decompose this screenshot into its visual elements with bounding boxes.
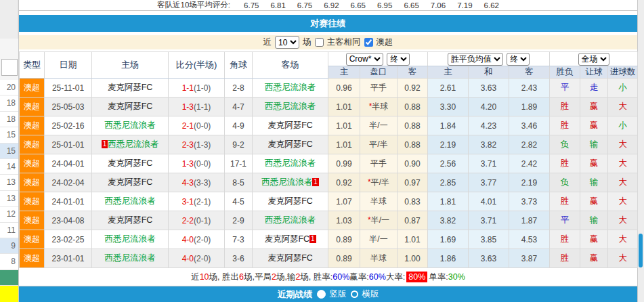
avg-draw-odds-cell: 3.71 <box>469 211 509 230</box>
page: 2018181515141313121198 客队近10场平均评分: 6.756… <box>0 0 644 302</box>
result-wdl-cell: 胜 <box>550 116 580 135</box>
result-handicap-cell: 赢 <box>580 154 608 173</box>
team-name: 麦克阿瑟FC <box>108 102 153 111</box>
avg-draw-odds-cell: 4.01 <box>469 192 509 211</box>
team-name: 麦克阿瑟FC <box>267 139 313 149</box>
result-goals-cell: 大 <box>608 173 638 192</box>
horizontal-label[interactable]: 横版 <box>362 288 379 300</box>
league-badge: 澳超 <box>20 79 45 98</box>
avg-score-value: 6.65 <box>404 1 418 9</box>
avg-home-odds-cell: 2.19 <box>428 135 469 154</box>
home-team-cell: 西悉尼流浪者 <box>92 192 169 211</box>
handicap-odds-home-cell: 1.01 <box>328 98 360 116</box>
handicap-odds-away-cell: 0.97 <box>398 173 428 192</box>
team-name: 西悉尼流浪者 <box>265 83 316 92</box>
corners-cell: 4-9 <box>225 116 253 135</box>
handicap-line-cell: *半球 <box>360 98 398 116</box>
avg-score-value: 6.81 <box>270 1 285 9</box>
bookmaker-select[interactable]: Crow* <box>346 53 383 66</box>
avg-away-odds-cell: 3.87 <box>509 249 550 268</box>
summary-segment: 2 <box>272 272 276 282</box>
result-handicap-cell: 输 <box>580 211 608 230</box>
home-team-cell: 麦克阿瑟FC <box>92 79 169 98</box>
away-team-cell: 麦克阿瑟FC <box>253 192 328 211</box>
table-row: 澳超 23-01-01 西悉尼流浪者 4-0(2-0) 3-6 麦克阿瑟FC 0… <box>20 249 638 268</box>
league-badge: 澳超 <box>20 154 45 173</box>
league-filter-checkbox[interactable] <box>364 38 373 47</box>
vertical-label[interactable]: 竖版 <box>330 288 347 300</box>
vertical-radio[interactable] <box>317 290 326 299</box>
team-name: 麦克阿瑟FC <box>108 215 153 225</box>
col-score: 比分(半场) <box>169 52 225 79</box>
horizontal-radio[interactable] <box>351 290 358 298</box>
handicap-odds-home-cell: 1.07 <box>328 192 360 211</box>
unit-label: 场 <box>303 37 312 48</box>
avg-away-odds-cell: 2.82 <box>509 135 550 154</box>
avg-draw-odds-cell: 3.85 <box>469 230 509 249</box>
avg-score-value: 7.06 <box>431 1 446 9</box>
handicap-line-cell: 半/一 <box>360 230 398 249</box>
score-cell: 2-3(1-3) <box>169 135 225 154</box>
handicap-odds-away-cell: 1.01 <box>398 230 428 249</box>
final-odds-select-right[interactable]: 终 <box>507 53 530 66</box>
final-odds-select-left[interactable]: 终 <box>387 53 410 66</box>
summary-segment: 10 <box>200 272 209 282</box>
avg-away-odds-cell: 3.46 <box>509 116 550 135</box>
footer-bar: 近期战绩 竖版 横版 <box>19 286 637 302</box>
near-count-select[interactable]: 10 <box>275 36 299 49</box>
handicap-odds-home-cell: 0.89 <box>328 230 360 249</box>
score-cell: 4-0(2-0) <box>169 230 225 249</box>
rank-cell-green <box>0 270 18 286</box>
col-odds-away: 客 <box>398 66 428 79</box>
summary-segment: 60% <box>332 272 349 282</box>
result-goals-cell: 大 <box>608 154 638 173</box>
background-area <box>0 0 18 39</box>
avg-home-odds-cell: 1.81 <box>428 192 469 211</box>
team-name: 西悉尼流浪者 <box>265 158 316 168</box>
avg-draw-odds-cell: 3.71 <box>469 154 509 173</box>
filter-row: 近 10 场 主客相同 澳超 <box>19 35 637 49</box>
changed-line-star: * <box>368 177 371 187</box>
corners-cell: 8-5 <box>225 173 253 192</box>
avg-home-odds-cell: 2.61 <box>428 79 469 98</box>
league-badge: 澳超 <box>20 173 45 192</box>
col-result-goals: 进球数 <box>608 66 638 79</box>
team-name: 麦克阿瑟FC <box>108 177 153 187</box>
scrollbar-thumb[interactable] <box>639 234 643 267</box>
corners-cell: 7-3 <box>225 230 253 249</box>
avg-score-value: 6.75 <box>297 1 312 9</box>
handicap-line-cell: *平/半 <box>360 173 398 192</box>
background-partial-input <box>1 59 18 76</box>
scope-select[interactable]: 全场 <box>578 53 609 66</box>
away-avg-rating-row: 客队近10场平均评分: 6.756.816.756.926.656.956.65… <box>19 0 637 11</box>
red-card-badge: 1 <box>309 235 316 243</box>
score-cell: 4-3(3-3) <box>169 173 225 192</box>
home-team-cell: 西悉尼流浪者 <box>92 230 169 249</box>
rank-cell: 13 <box>0 191 18 207</box>
rank-cell: 13 <box>0 175 18 190</box>
handicap-odds-home-cell: 0.96 <box>328 79 360 98</box>
result-handicap-cell: 赢 <box>580 230 608 249</box>
average-type-select[interactable]: 胜平负均值 <box>448 53 503 66</box>
corners-cell: 2-8 <box>225 79 253 98</box>
avg-home-odds-cell: 1.84 <box>428 116 469 135</box>
handicap-odds-away-cell: 0.88 <box>398 98 428 116</box>
rank-cell: 9 <box>0 238 18 254</box>
average-selects-cell: 胜平负均值 终 <box>428 52 550 66</box>
avg-rating-label: 客队近10场平均评分: <box>157 0 230 10</box>
team-name: 西悉尼流浪者 <box>105 196 156 206</box>
date-cell: 23-01-01 <box>45 249 92 268</box>
away-team-cell: 麦克阿瑟FC <box>253 116 328 135</box>
result-handicap-cell: 赢 <box>580 98 608 116</box>
date-cell: 24-01-01 <box>45 192 92 211</box>
avg-score-value: 7.19 <box>457 1 472 9</box>
team-name: 西悉尼流浪者 <box>105 253 156 263</box>
avg-home-odds-cell: 3.30 <box>428 98 469 116</box>
rank-cell: 11 <box>0 223 18 238</box>
handicap-odds-home-cell: 0.99 <box>328 154 360 173</box>
same-venue-checkbox[interactable] <box>315 38 324 47</box>
league-badge: 澳超 <box>20 135 45 154</box>
handicap-line-cell: 平手 <box>360 79 398 98</box>
table-row: 澳超 25-11-01 麦克阿瑟FC 1-1(1-0) 2-8 西悉尼流浪者 0… <box>20 79 638 98</box>
league-badge: 澳超 <box>20 211 45 230</box>
